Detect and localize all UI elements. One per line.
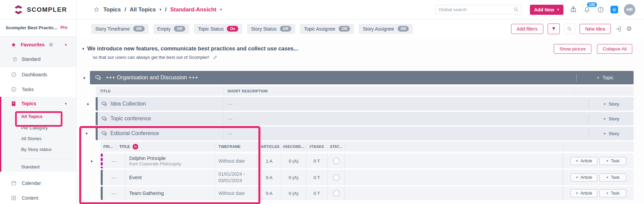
- story-title-cell[interactable]: Team Gathering: [125, 187, 215, 200]
- topic-row-idea-collection[interactable]: ▸ Idea Collection — + Story: [96, 97, 634, 111]
- story-row-filler: [345, 154, 563, 168]
- sidebar-item-per-category[interactable]: Per Category: [1, 122, 76, 133]
- sidebar-item-standard-view[interactable]: Standard: [1, 162, 76, 172]
- divider: [21, 159, 71, 159]
- story-row-team-gathering[interactable]: — Team Gathering Without date 0 A 0 (A) …: [101, 187, 634, 200]
- expand-chevron-icon[interactable]: ▸: [91, 159, 93, 163]
- sidebar-item-favourites[interactable]: Favourites ⚙ ▾: [0, 37, 76, 52]
- status-donut-icon[interactable]: [333, 190, 340, 197]
- add-article-button[interactable]: +Article: [571, 173, 597, 181]
- story-row-event[interactable]: — Event 01/01/2024 - 03/01/2024 0 A 0 (A…: [101, 170, 634, 185]
- logo[interactable]: SCOMPLER: [0, 0, 77, 19]
- filter-state-badge: Off: [174, 26, 185, 32]
- sidebar-item-topics[interactable]: Topics ▾: [1, 97, 76, 110]
- plus-icon: +: [603, 116, 606, 121]
- filter-chip-empty[interactable]: Empty Off: [153, 24, 190, 34]
- table-search-button[interactable]: [564, 24, 575, 34]
- filter-state-badge: Off: [339, 26, 350, 32]
- intercom-messenger-icon[interactable]: [610, 6, 618, 13]
- status-donut-icon[interactable]: [333, 157, 340, 165]
- add-story-button[interactable]: + Story: [589, 129, 634, 137]
- sidebar-item-standard-favourite[interactable]: Standard: [0, 52, 76, 66]
- topic-row-topic-conference[interactable]: Topic conference — + Story: [96, 112, 634, 125]
- academy-reader-icon[interactable]: [569, 6, 577, 14]
- sidebar-item-calendar[interactable]: Calendar: [0, 176, 76, 191]
- filter-chip-topic-assignee[interactable]: Topic Assignee Off: [300, 24, 354, 34]
- story-status-cell[interactable]: [327, 154, 345, 168]
- scompler-logo-icon: [13, 5, 23, 15]
- story-row-dolphin-principle[interactable]: ▸ — Dolphin Principle from Corporate Phi…: [101, 154, 634, 168]
- topic-title[interactable]: Idea Collection: [110, 101, 146, 107]
- story-title[interactable]: Event: [129, 175, 142, 180]
- new-idea-button[interactable]: New Idea: [580, 24, 611, 34]
- add-task-button[interactable]: +Task: [599, 173, 626, 181]
- topic-group-header[interactable]: ▾ +++ Organisation and Discussion +++ + …: [90, 71, 634, 84]
- chevron-down-icon[interactable]: ▾: [65, 43, 67, 47]
- expand-chevron-icon[interactable]: ▸: [87, 101, 89, 106]
- notifications-bell-icon[interactable]: 135: [583, 6, 591, 14]
- collapse-chevron-icon[interactable]: ▾: [86, 131, 88, 136]
- add-task-button[interactable]: +Task: [599, 189, 626, 197]
- breadcrumb-section[interactable]: Topics: [103, 6, 121, 13]
- story-title[interactable]: Team Gathering: [129, 191, 164, 196]
- chevron-down-icon[interactable]: ▾: [159, 8, 161, 11]
- star-icon: [11, 42, 16, 48]
- global-search-input[interactable]: [435, 5, 522, 14]
- search-icon[interactable]: [513, 7, 519, 12]
- column-articles: #ARTICLES: [257, 144, 281, 150]
- add-filters-button[interactable]: Add filters: [511, 24, 543, 34]
- add-topic-button[interactable]: + Topic: [576, 74, 634, 82]
- add-article-button[interactable]: +Article: [571, 157, 597, 165]
- sort-icon[interactable]: [133, 144, 138, 150]
- story-tasks-count: 0 T: [306, 170, 327, 185]
- workspace-switcher[interactable]: Scompler Best Practic... Pro: [0, 19, 76, 36]
- chevron-down-icon[interactable]: ▾: [220, 8, 222, 11]
- breadcrumb-view[interactable]: All Topics: [130, 6, 156, 13]
- add-new-button[interactable]: Add New▾: [530, 5, 563, 15]
- add-story-button[interactable]: + Story: [589, 115, 634, 123]
- story-status-cell[interactable]: [327, 187, 345, 200]
- story-title-cell[interactable]: Event: [125, 170, 215, 185]
- sidebar-item-content[interactable]: Content: [0, 191, 76, 204]
- status-donut-icon[interactable]: [333, 174, 340, 181]
- collapse-chevron-icon[interactable]: ▾: [82, 46, 84, 51]
- breadcrumb-layout[interactable]: Standard-Ansicht: [170, 6, 216, 13]
- sidebar-item-dashboards[interactable]: Dashboards: [0, 67, 76, 82]
- show-picture-button[interactable]: Show picture: [554, 44, 591, 54]
- chevron-down-icon[interactable]: ▾: [65, 102, 67, 106]
- gear-icon[interactable]: ⚙: [49, 42, 53, 47]
- gear-icon[interactable]: ⚙: [626, 26, 632, 32]
- filter-funnel-button[interactable]: [548, 24, 560, 34]
- filter-state-badge: Off: [133, 26, 145, 32]
- sidebar-item-tasks[interactable]: Tasks: [0, 82, 76, 97]
- story-timeframe[interactable]: Without date: [215, 154, 257, 168]
- chat-bubbles-icon: [101, 101, 107, 107]
- sidebar-item-all-stories[interactable]: All Stories: [1, 133, 76, 144]
- collapse-all-button[interactable]: Collapse All: [597, 44, 632, 54]
- sidebar-item-all-topics[interactable]: All Topics: [1, 110, 76, 122]
- sidebar-item-label: Topics: [21, 101, 36, 106]
- filter-chip-story-assignee[interactable]: Story Assignee Off: [359, 24, 413, 34]
- topic-title[interactable]: Editorial Conference: [110, 130, 159, 136]
- story-timeframe[interactable]: Without date: [215, 187, 257, 200]
- add-task-button[interactable]: +Task: [599, 157, 626, 165]
- story-timeframe[interactable]: 01/01/2024 - 03/01/2024: [215, 170, 257, 185]
- topic-row-editorial-conference[interactable]: ▾ Editorial Conference — + Story: [96, 127, 634, 140]
- import-export-icon[interactable]: [615, 26, 622, 32]
- story-status-cell[interactable]: [327, 170, 345, 185]
- story-title[interactable]: Dolphin Principle: [129, 156, 166, 161]
- avatar[interactable]: HR: [624, 4, 635, 15]
- pencil-edit-icon[interactable]: [213, 55, 218, 60]
- info-icon[interactable]: [597, 6, 605, 14]
- filter-chip-story-status[interactable]: Story Status Off: [247, 24, 295, 34]
- add-article-button[interactable]: +Article: [571, 189, 597, 197]
- story-title-cell[interactable]: Dolphin Principle from Corporate Philoso…: [125, 154, 215, 168]
- filter-chip-story-timeframe[interactable]: Story Timeframe Off: [91, 24, 149, 34]
- add-story-button[interactable]: + Story: [589, 100, 634, 108]
- favourite-star-icon[interactable]: [93, 6, 100, 13]
- sidebar-item-by-story-status[interactable]: By Story status: [1, 144, 76, 155]
- topics-table: ▾ +++ Organisation and Discussion +++ + …: [90, 71, 634, 201]
- topic-title[interactable]: Topic conference: [110, 116, 151, 122]
- filter-chip-topic-status[interactable]: Topic Status On: [194, 24, 242, 34]
- collapse-chevron-icon[interactable]: ▾: [83, 76, 85, 80]
